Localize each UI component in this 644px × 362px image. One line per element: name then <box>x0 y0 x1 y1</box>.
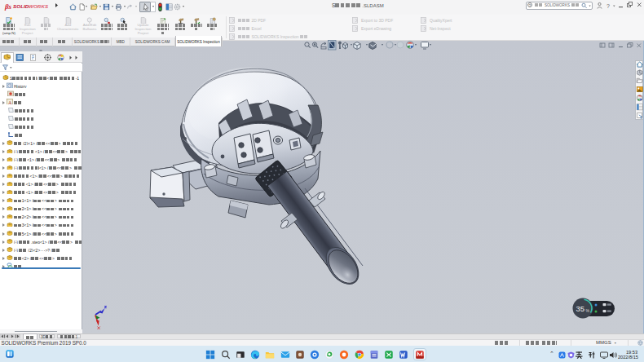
svg-text:35: 35 <box>576 304 585 313</box>
svg-text:?: ? <box>607 3 610 9</box>
svg-text:%: % <box>586 308 590 313</box>
svg-text:βs: βs <box>4 2 12 11</box>
svg-text:WORKS: WORKS <box>29 3 49 9</box>
svg-text:SOLID: SOLID <box>13 3 29 9</box>
